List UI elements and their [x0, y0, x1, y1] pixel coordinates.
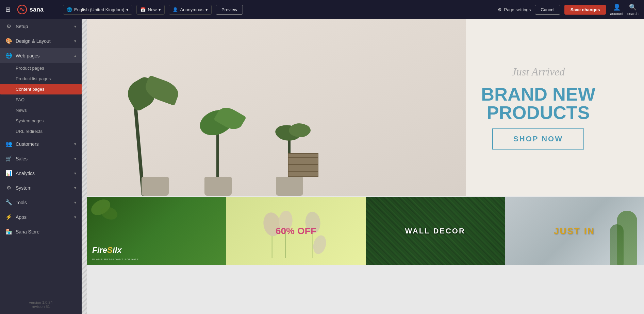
webpages-icon: 🌐 — [5, 52, 12, 59]
sidebar-item-customers-label: Customers — [16, 141, 71, 147]
pot-2 — [204, 177, 232, 196]
content-area: Just Arrived BRAND NEWPRODUCTS SHOP NOW — [82, 19, 644, 314]
logo: sana — [17, 5, 44, 14]
account-label: account — [610, 12, 623, 16]
crate-line-2 — [288, 164, 318, 165]
preview-label: Preview — [221, 7, 237, 12]
search-icon: 🔍 — [629, 3, 637, 11]
date-label: Now — [148, 7, 156, 12]
user-icon: 👤 — [172, 7, 178, 12]
sidebar-sub-product-list-pages[interactable]: Product list pages — [0, 73, 82, 84]
sidebar-item-design-label: Design & Layout — [16, 38, 71, 44]
sidebar-item-apps-label: Apps — [16, 214, 71, 220]
60off-text: 60% OFF — [226, 197, 365, 265]
walldecor-text: WALL DECOR — [366, 197, 505, 265]
firesilx-brand: FireSilx — [92, 245, 122, 255]
analytics-icon: 📊 — [5, 170, 12, 176]
product-cards-row: FireSilx FLAME RETARDANT FOLIAGE — [87, 197, 644, 265]
preview-button[interactable]: Preview — [216, 5, 243, 15]
page-settings-label: Page settings — [504, 7, 531, 12]
save-button[interactable]: Save changes — [564, 5, 606, 15]
crate-line-3 — [288, 171, 318, 172]
sidebar-item-apps[interactable]: ⚡ Apps ▾ — [0, 210, 82, 224]
search-label: search — [627, 12, 639, 16]
shop-now-button[interactable]: SHOP NOW — [492, 128, 584, 150]
design-icon: 🎨 — [5, 38, 12, 44]
sidebar-item-sales[interactable]: 🛒 Sales ▾ — [0, 151, 82, 166]
cancel-button[interactable]: Cancel — [535, 5, 560, 15]
sidebar-item-system-label: System — [16, 185, 71, 191]
content-inner: Just Arrived BRAND NEWPRODUCTS SHOP NOW — [87, 19, 644, 265]
language-label: English (United Kingdom) — [74, 7, 124, 12]
account-button[interactable]: 👤 account — [610, 3, 623, 16]
sidebar-sub-faq[interactable]: FAQ — [0, 94, 82, 105]
sidebar-item-analytics[interactable]: 📊 Analytics ▾ — [0, 166, 82, 180]
language-dropdown[interactable]: 🌐 English (United Kingdom) ▾ — [63, 5, 132, 15]
firesilx-bg — [87, 197, 226, 265]
sidebar-item-system[interactable]: ⚙ System ▾ — [0, 180, 82, 195]
hero-just-arrived: Just Arrived — [512, 66, 565, 78]
sales-icon: 🛒 — [5, 155, 12, 162]
sidebar-item-design-layout[interactable]: 🎨 Design & Layout ▾ — [0, 34, 82, 48]
chevron-icon-6: ▾ — [74, 171, 76, 176]
settings-icon: ⚙ — [498, 7, 502, 12]
revision-text: revision 51 — [5, 304, 76, 309]
product-card-justin[interactable]: JUST IN — [505, 197, 644, 265]
product-card-walldecor[interactable]: WALL DECOR — [366, 197, 505, 265]
sidebar-item-analytics-label: Analytics — [16, 171, 71, 176]
sidebar-sub-url-redirects[interactable]: URL redirects — [0, 126, 82, 137]
hero-banner: Just Arrived BRAND NEWPRODUCTS SHOP NOW — [87, 19, 644, 196]
globe-icon: 🌐 — [67, 7, 72, 12]
grid-icon[interactable]: ⊞ — [5, 6, 11, 13]
chevron-down-icon-3: ▾ — [205, 7, 208, 12]
apps-icon: ⚡ — [5, 214, 12, 220]
account-icon: 👤 — [613, 3, 621, 11]
chevron-icon-7: ▾ — [74, 186, 76, 190]
setup-icon: ⚙ — [5, 23, 12, 30]
sidebar-item-setup[interactable]: ⚙ Setup ▾ — [0, 19, 82, 34]
sidebar-item-tools[interactable]: 🔧 Tools ▾ — [0, 195, 82, 210]
topbar: ⊞ sana 🌐 English (United Kingdom) ▾ 📅 No… — [0, 0, 644, 19]
search-button[interactable]: 🔍 search — [627, 3, 639, 16]
pot-3 — [276, 177, 303, 196]
sidebar-sub-news[interactable]: News — [0, 105, 82, 116]
hero-text-area: Just Arrived BRAND NEWPRODUCTS SHOP NOW — [432, 19, 644, 196]
sidebar-item-sana-store[interactable]: 🏪 Sana Store — [0, 224, 82, 239]
wooden-crate — [288, 153, 318, 177]
sidebar-sub-system-pages[interactable]: System pages — [0, 116, 82, 126]
sana-store-icon: 🏪 — [5, 228, 12, 235]
sidebar-version: version 1.0.24 revision 51 — [0, 295, 82, 314]
user-dropdown[interactable]: 👤 Anonymous ▾ — [169, 5, 212, 15]
sidebar-item-setup-label: Setup — [16, 24, 71, 29]
sidebar-item-sales-label: Sales — [16, 156, 71, 161]
version-text: version 1.0.24 — [5, 300, 76, 304]
product-card-firesilx[interactable]: FireSilx FLAME RETARDANT FOLIAGE — [87, 197, 226, 265]
chevron-icon-5: ▾ — [74, 156, 76, 161]
firesilx-sub: FLAME RETARDANT FOLIAGE — [92, 258, 139, 261]
chevron-down-icon: ▾ — [126, 7, 129, 12]
system-icon: ⚙ — [5, 185, 12, 191]
chevron-down-icon-2: ▾ — [159, 7, 161, 12]
chevron-icon-3: ▴ — [74, 53, 76, 58]
sidebar-sub-content-pages[interactable]: Content pages — [0, 84, 82, 94]
calendar-icon: 📅 — [140, 7, 146, 12]
hero-plants-area — [87, 19, 466, 196]
page-settings-button[interactable]: ⚙ Page settings — [498, 7, 531, 12]
sidebar: ⚙ Setup ▾ 🎨 Design & Layout ▾ 🌐 Web page… — [0, 19, 82, 314]
sidebar-item-customers[interactable]: 👥 Customers ▾ — [0, 137, 82, 151]
logo-text: sana — [30, 6, 44, 13]
user-label: Anonymous — [180, 7, 203, 12]
date-dropdown[interactable]: 📅 Now ▾ — [136, 5, 165, 15]
chevron-icon-4: ▾ — [74, 142, 76, 146]
customers-icon: 👥 — [5, 141, 12, 147]
separator-1 — [56, 5, 56, 14]
pot-1 — [142, 177, 169, 196]
sidebar-sub-product-pages[interactable]: Product pages — [0, 63, 82, 73]
sidebar-item-sana-store-label: Sana Store — [16, 229, 76, 234]
chevron-icon: ▾ — [74, 24, 76, 29]
tools-icon: 🔧 — [5, 199, 12, 206]
sidebar-item-webpages-label: Web pages — [16, 53, 71, 58]
sidebar-item-web-pages[interactable]: 🌐 Web pages ▴ — [0, 48, 82, 63]
product-card-60off[interactable]: 60% OFF — [226, 197, 365, 265]
justin-text: JUST IN — [505, 197, 644, 265]
